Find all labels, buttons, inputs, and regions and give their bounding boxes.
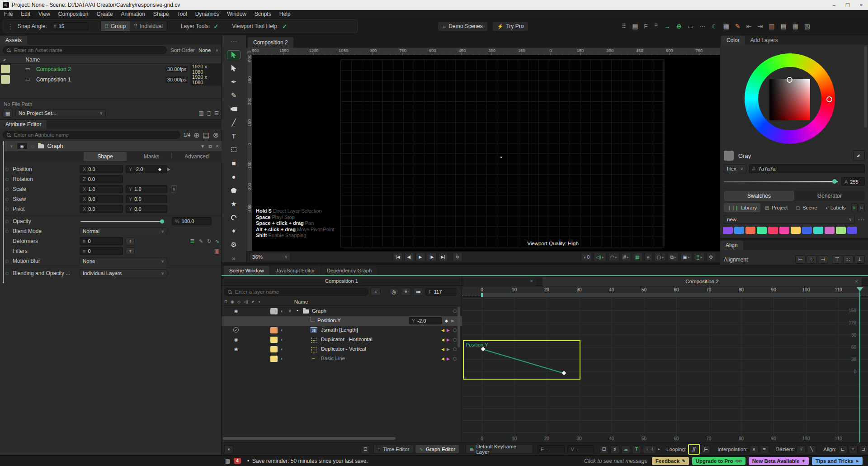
tab-javascript-editor[interactable]: JavaScript Editor xyxy=(270,266,321,275)
color-swatch[interactable] xyxy=(723,227,733,234)
color-swatch[interactable] xyxy=(791,227,801,234)
add-deformer-button[interactable]: + xyxy=(126,238,135,245)
tab-color[interactable]: Color xyxy=(721,36,745,45)
layer-row-duplicator-horizontal[interactable]: ◉ ◖ Duplicator - Horizontal ◀ ▶ xyxy=(222,335,462,345)
looping-repeat-icon[interactable]: ʃʃ xyxy=(689,445,698,453)
error-count-badge[interactable]: 4 xyxy=(234,458,241,464)
layer-search-input[interactable] xyxy=(224,288,368,296)
color-mode-select[interactable]: Hex∨ xyxy=(724,164,746,173)
tab-attribute-editor[interactable]: Attribute Editor xyxy=(0,120,47,129)
add-pill-icon[interactable]: ⊕ xyxy=(676,23,682,30)
align-keys-center-icon[interactable]: ≡ xyxy=(849,445,858,453)
layer-name[interactable]: Jsmath [Length] xyxy=(321,327,358,333)
filter-square-icon[interactable]: ▣ xyxy=(214,248,219,254)
out-keyframe-icon[interactable]: ▶ xyxy=(447,338,450,342)
graph-editor-button[interactable]: ∿ Graph Editor xyxy=(415,445,459,454)
keyframe-circle[interactable] xyxy=(453,357,457,361)
align-left-icon[interactable]: ⇤ xyxy=(746,23,752,30)
visibility-eye-icon[interactable]: ◉ xyxy=(234,347,238,352)
playhead-handle[interactable] xyxy=(857,287,863,291)
looping-hold-icon[interactable]: ʃ– xyxy=(701,445,710,453)
menu-item[interactable]: Edit xyxy=(17,10,34,18)
playhead-line[interactable] xyxy=(859,291,860,447)
color-swatch[interactable] xyxy=(802,227,812,234)
keyframe-diamond-icon[interactable]: ◆ xyxy=(158,167,161,171)
dots-grid-icon[interactable]: ⠛ xyxy=(654,23,658,30)
skew-y-field[interactable]: Y0.0 xyxy=(126,195,167,203)
color-swatch[interactable] xyxy=(779,227,789,234)
text-tool-button[interactable]: T xyxy=(632,445,641,453)
tab-generator[interactable]: Generator xyxy=(794,191,865,201)
align-keys-right-icon[interactable]: ⊐ xyxy=(859,445,868,453)
color-swatch[interactable] xyxy=(847,227,857,234)
tab-dependency-graph[interactable]: Dependency Graph xyxy=(321,266,377,275)
layer-row-graph[interactable]: ◉ ◖ ∨ • Graph xyxy=(222,307,462,316)
bounds-icon[interactable]: ▢▸ xyxy=(654,253,666,261)
status-action-button[interactable]: New Beta Available✦ xyxy=(749,457,809,465)
asset-row[interactable]: ▭ Composition 1 30.00fps 1920 x 1080 xyxy=(0,74,221,85)
alpha-field[interactable]: A255 xyxy=(841,177,865,186)
alpha-slider-handle[interactable] xyxy=(832,179,837,184)
layer-name[interactable]: Duplicator - Vertical xyxy=(321,346,366,352)
snap-toggle-button[interactable]: ⊦⊣ xyxy=(643,445,656,453)
next-frame-button[interactable]: |▶ xyxy=(427,253,437,261)
loop-icon[interactable]: ↻ xyxy=(207,238,211,244)
sv-handle[interactable] xyxy=(787,77,793,83)
marquee-mode-button[interactable]: ⊡ xyxy=(599,445,609,453)
isolate-selected-button[interactable]: ⠿ xyxy=(401,288,411,296)
panel-scrollbar[interactable] xyxy=(864,46,867,128)
viewport-settings-icon[interactable]: ⚙ xyxy=(707,253,716,261)
layer-h-scrollbar[interactable] xyxy=(223,437,396,440)
timeline-tab-composition-2[interactable]: Composition 2 × xyxy=(542,277,862,286)
add-filter-button[interactable]: + xyxy=(126,247,135,255)
frame-count-field[interactable]: F117 xyxy=(425,288,456,296)
search-zoom-icon[interactable]: ⊕ xyxy=(193,131,199,139)
swatch-source-scene[interactable]: ▢Scene xyxy=(793,203,821,212)
motion-path-icon[interactable]: ◠▸ xyxy=(608,253,619,261)
in-keyframe-icon[interactable]: ◀ xyxy=(441,328,444,333)
try-pro-button[interactable]: ⚡ Try Pro xyxy=(492,21,529,31)
rotation-z-field[interactable]: Z0.0 xyxy=(80,175,123,183)
deformers-count-field[interactable]: ≡0 xyxy=(80,237,123,245)
cache-indicator[interactable]: ◖0 xyxy=(581,253,592,261)
tag-icon[interactable]: ◖ xyxy=(280,328,283,333)
project-set-icon[interactable]: ▤ xyxy=(3,109,13,118)
out-keyframe-icon[interactable]: ▶ xyxy=(447,328,450,333)
eyedropper-button[interactable]: ✒ xyxy=(853,150,865,161)
close-button[interactable]: × xyxy=(854,0,868,10)
tag-icon[interactable]: ◖ xyxy=(280,337,283,342)
keyframe-circle[interactable] xyxy=(5,220,9,223)
in-keyframe-icon[interactable]: ◀ xyxy=(441,347,444,352)
layer-color-swatch[interactable] xyxy=(270,337,278,343)
polygon-tool[interactable] xyxy=(227,185,241,195)
tag-icon[interactable]: ◖ xyxy=(280,309,283,314)
ellipse-tool[interactable]: ● xyxy=(227,172,241,181)
tab-shape[interactable]: Shape xyxy=(84,152,127,161)
pivot-x-field[interactable]: X0.0 xyxy=(80,205,123,213)
close-tab-icon[interactable]: × xyxy=(530,278,533,284)
dark-mode-icon[interactable]: ☾ xyxy=(712,23,717,30)
tag-icon[interactable]: ◖ xyxy=(280,347,283,352)
tag-icon[interactable]: ◖ xyxy=(280,356,283,361)
align-center-h-button[interactable]: ≑ xyxy=(807,255,817,264)
sort-order-select[interactable]: None∨ xyxy=(198,48,218,53)
saturation-value-square[interactable] xyxy=(769,79,810,120)
close-node-icon[interactable]: × xyxy=(216,143,219,149)
minimize-button[interactable]: – xyxy=(827,0,841,10)
sparkle-tool[interactable]: ✦ xyxy=(227,226,241,236)
layout-icon[interactable]: ▦ xyxy=(633,253,643,261)
overrides-icon[interactable]: » xyxy=(645,253,653,261)
focus-keyframe-button[interactable]: ⊡ xyxy=(361,445,370,453)
opacity-slider-track[interactable] xyxy=(80,221,163,222)
deformer-list-icon[interactable]: ≣ xyxy=(190,238,194,244)
menu-item[interactable]: Animation xyxy=(117,10,149,18)
wave-icon[interactable]: ∿ xyxy=(215,238,219,244)
tag-filter-button[interactable]: ◖ xyxy=(224,445,233,453)
filters-count-field[interactable]: ≡0 xyxy=(80,247,123,255)
link-xy-icon[interactable]: ∞ xyxy=(171,185,177,193)
capsule-icon[interactable]: ▭ xyxy=(688,23,693,30)
in-keyframe-icon[interactable]: ◀ xyxy=(441,338,444,342)
layer-color-swatch[interactable] xyxy=(270,356,278,362)
menu-item[interactable]: Scripts xyxy=(250,10,275,18)
out-keyframe-icon[interactable]: ▶ xyxy=(447,357,450,361)
